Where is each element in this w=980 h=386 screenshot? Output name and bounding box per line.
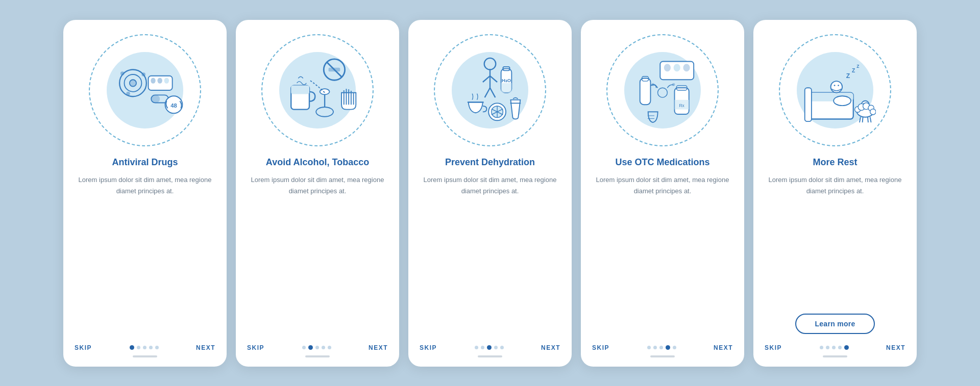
svg-rect-16: [329, 67, 340, 71]
svg-point-27: [484, 58, 496, 69]
learn-more-button[interactable]: Learn more: [795, 314, 874, 334]
svg-point-82: [870, 109, 876, 114]
dot-5: [155, 346, 159, 349]
next-button-rest[interactable]: NEXT: [886, 344, 905, 351]
svg-point-52: [672, 83, 675, 86]
dot-4: [838, 346, 842, 349]
svg-line-29: [483, 75, 490, 82]
dot-5: [844, 345, 849, 350]
card-nav-otc: SKIP NEXT: [592, 339, 733, 351]
card-nav-alcohol: SKIP NEXT: [247, 339, 388, 351]
svg-text:Z: Z: [846, 72, 850, 80]
illustration-otc: Rx: [606, 34, 719, 146]
svg-line-74: [860, 117, 861, 122]
dot-1: [130, 345, 134, 350]
svg-point-2: [130, 80, 136, 86]
dot-2: [481, 346, 484, 349]
illustration-alcohol-tobacco: [261, 34, 374, 146]
dot-3: [315, 346, 319, 349]
dot-3: [143, 346, 146, 349]
svg-text:Z: Z: [856, 63, 859, 68]
card-title-antiviral: Antiviral Drugs: [112, 157, 178, 168]
card-title-alcohol: Avoid Alcohol, Tobacco: [266, 157, 369, 168]
svg-point-19: [316, 107, 333, 116]
svg-point-45: [664, 64, 671, 71]
svg-point-3: [120, 71, 125, 75]
dots-rest: [820, 345, 849, 350]
svg-rect-48: [640, 78, 651, 105]
skip-button-dehydration[interactable]: SKIP: [420, 344, 437, 351]
card-title-dehydration: Prevent Dehydration: [445, 157, 535, 168]
dot-5: [328, 346, 331, 349]
alcohol-tobacco-icon: [277, 49, 358, 131]
dot-3: [659, 346, 663, 349]
dots-alcohol: [302, 345, 331, 350]
svg-line-31: [485, 88, 490, 97]
svg-point-8: [157, 78, 162, 83]
dot-3: [832, 346, 836, 349]
svg-text:Rx: Rx: [679, 102, 684, 108]
dot-2: [137, 346, 140, 349]
scroll-indicator-rest: [823, 355, 847, 357]
scroll-indicator-antiviral: [133, 355, 157, 357]
card-nav-antiviral: SKIP NEXT: [75, 339, 215, 351]
dots-otc: [647, 345, 676, 350]
svg-point-62: [834, 96, 851, 106]
dot-4: [494, 346, 498, 349]
dehydration-icon: H₂O: [449, 49, 531, 131]
dot-1: [820, 346, 823, 349]
next-button-dehydration[interactable]: NEXT: [541, 344, 560, 351]
card-alcohol-tobacco: Avoid Alcohol, Tobacco Lorem ipsum dolor…: [236, 20, 399, 367]
card-nav-dehydration: SKIP NEXT: [420, 339, 560, 351]
svg-line-32: [490, 88, 495, 97]
svg-point-51: [651, 83, 654, 86]
rest-icon: Z Z Z: [794, 49, 876, 131]
svg-rect-36: [501, 83, 512, 92]
svg-point-47: [683, 64, 690, 71]
svg-point-9: [164, 78, 169, 83]
svg-point-46: [674, 64, 680, 71]
card-body-antiviral: Lorem ipsum dolor sit dim amet, mea regi…: [75, 174, 215, 331]
skip-button-alcohol[interactable]: SKIP: [247, 344, 264, 351]
svg-rect-63: [805, 88, 812, 121]
svg-line-75: [863, 117, 863, 122]
svg-rect-18: [291, 85, 309, 94]
next-button-otc[interactable]: NEXT: [714, 344, 733, 351]
dot-2: [653, 346, 657, 349]
illustration-rest: Z Z Z: [779, 34, 891, 146]
svg-point-4: [141, 72, 145, 76]
next-button-antiviral[interactable]: NEXT: [196, 344, 215, 351]
dot-2: [826, 346, 829, 349]
skip-button-otc[interactable]: SKIP: [592, 344, 609, 351]
skip-button-rest[interactable]: SKIP: [765, 344, 782, 351]
card-title-rest: More Rest: [813, 157, 857, 168]
svg-line-77: [870, 117, 871, 122]
card-otc: Rx Use OTC Medications Lorem ipsum dolor…: [581, 20, 744, 367]
cards-container: 48 Antiviral Drugs Lorem ipsum dolor sit…: [43, 5, 937, 382]
card-antiviral: 48 Antiviral Drugs Lorem ipsum dolor sit…: [63, 20, 227, 367]
card-body-otc: Lorem ipsum dolor sit dim amet, mea regi…: [592, 174, 733, 331]
svg-point-65: [834, 85, 836, 86]
card-body-rest: Lorem ipsum dolor sit dim amet, mea regi…: [765, 174, 905, 305]
svg-rect-11: [151, 95, 160, 102]
card-rest: Z Z Z: [753, 20, 917, 367]
scroll-indicator-dehydration: [478, 355, 502, 357]
svg-line-30: [490, 75, 497, 82]
otc-icon: Rx: [622, 49, 703, 131]
dot-5: [673, 346, 676, 349]
card-dehydration: H₂O: [408, 20, 572, 367]
svg-text:H₂O: H₂O: [502, 78, 511, 83]
skip-button-antiviral[interactable]: SKIP: [75, 344, 92, 351]
card-nav-rest: SKIP NEXT: [765, 339, 905, 351]
next-button-alcohol[interactable]: NEXT: [369, 344, 388, 351]
scroll-indicator-otc: [650, 355, 675, 357]
dot-1: [475, 346, 478, 349]
svg-text:48: 48: [170, 102, 177, 108]
antiviral-icon: 48: [104, 49, 186, 131]
svg-text:Z: Z: [852, 68, 855, 73]
dot-1: [302, 346, 306, 349]
dot-1: [647, 346, 651, 349]
dot-3: [487, 345, 492, 350]
svg-point-50: [658, 88, 668, 97]
svg-point-7: [151, 78, 155, 83]
